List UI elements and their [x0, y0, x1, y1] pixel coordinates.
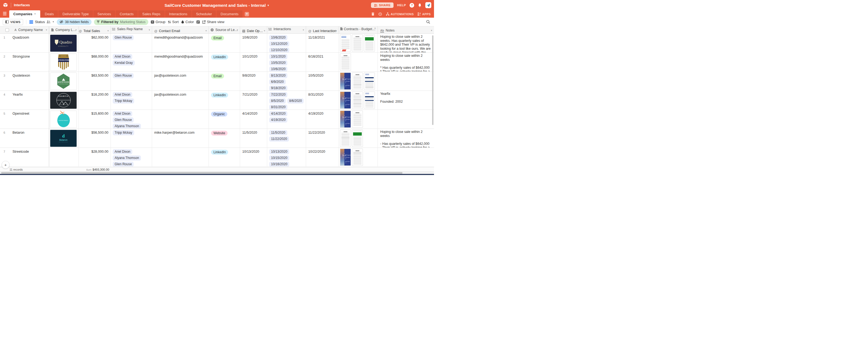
contracts-cell[interactable]: SCMProposalPROPOSED BYPROPOSED TO [339, 72, 378, 90]
source-of-lead-cell[interactable]: LinkedIn [209, 148, 240, 167]
date-opened-cell[interactable]: 9/8/2020 [240, 72, 267, 90]
proposal-blue-attachment[interactable]: SCMProposalPROPOSED BYPROPOSED TO [340, 92, 351, 109]
contact-email-cell[interactable]: jax@quotetexon.com [152, 72, 209, 90]
contract-white-attachment[interactable] [352, 72, 363, 90]
contracts-cell[interactable]: SCMProposalPROPOSED BYPROPOSED TO [339, 110, 378, 128]
notes-cell[interactable] [378, 110, 434, 128]
source-of-lead-cell[interactable]: Email [209, 72, 240, 90]
contract-white-attachment[interactable] [352, 149, 363, 166]
share-button[interactable]: SHARE [371, 2, 394, 8]
last-interaction-cell[interactable]: 6/16/2021 [306, 53, 339, 71]
column-header-contact-email[interactable]: @Contact Email▼ [152, 26, 209, 33]
total-sales-cell[interactable]: $28,000.00 [79, 148, 111, 167]
company-logo-cell[interactable]: OPENSTREET [49, 110, 79, 128]
history-icon[interactable] [378, 12, 382, 16]
select-all-checkbox[interactable] [5, 28, 9, 32]
column-header-interactions[interactable]: Interactions▼ [267, 26, 306, 33]
tab-companies[interactable]: Companies▼ [9, 10, 40, 18]
column-header-date-opened[interactable]: 31Date Opened▼ [240, 26, 267, 33]
search-button[interactable] [426, 20, 430, 24]
column-header-contracts-budgets[interactable]: Contracts - Budgets ...▼ [339, 26, 378, 33]
company-name-cell[interactable]: 6Betaron [0, 129, 49, 148]
contracts-cell[interactable]: SCMProposalPROPOSED BYPROPOSED TO [339, 91, 378, 110]
interactions-cell[interactable]: 7/22/20208/5/20208/6/20208/31/2020 [267, 91, 306, 110]
company-logo-cell[interactable]: QUOTETEXONTravel & Tours Company [49, 72, 79, 90]
notes-cell[interactable] [378, 148, 434, 167]
help-button[interactable]: HELP [397, 3, 406, 7]
company-logo-cell[interactable]: dBetaronUni-Solutions [49, 129, 79, 148]
contract-white-attachment[interactable] [340, 54, 351, 71]
company-name-cell[interactable]: 1Quadzoom [0, 34, 49, 53]
proposal-blue-attachment[interactable]: SCMProposalPROPOSED BYPROPOSED TO [340, 111, 351, 128]
question-icon[interactable]: ? [409, 3, 414, 8]
contact-email-cell[interactable]: meredithgoodmand@quadzoom [152, 53, 209, 71]
column-menu-icon[interactable]: ▼ [205, 30, 207, 32]
contracts-cell[interactable] [339, 34, 378, 53]
tab-deliverable-type[interactable]: Deliverable Type [58, 10, 93, 18]
budget-green-attachment[interactable] [352, 129, 363, 147]
column-menu-icon[interactable]: ▼ [236, 29, 239, 31]
account-avatar[interactable] [425, 2, 431, 8]
tab-scheduler[interactable]: Scheduler [192, 10, 216, 18]
horizontal-scrollbar-thumb[interactable] [1, 172, 403, 174]
sales-rep-cell[interactable]: Ariel DixonAlyana ThomsonGlen RouseKenda… [111, 148, 152, 167]
interactions-cell[interactable]: 10/13/202010/15/202010/16/202010/19/2020… [267, 148, 306, 167]
company-logo-image[interactable]: ★★STRONGZONE [50, 54, 77, 71]
tab-interactions[interactable]: Interactions [165, 10, 191, 18]
views-button[interactable]: VIEWS [3, 19, 23, 25]
column-menu-icon[interactable]: ▼ [374, 27, 376, 30]
company-name-cell[interactable]: 2Strongzone [0, 53, 49, 71]
company-logo-image[interactable]: QuadzoCONSULTI [50, 34, 77, 52]
total-sales-cell[interactable]: $68,000.00 [79, 53, 111, 71]
last-interaction-cell[interactable]: 4/19/2020 [306, 110, 339, 128]
column-menu-icon[interactable]: ▼ [148, 29, 151, 31]
company-logo-cell[interactable]: YEARFIX [49, 91, 79, 110]
color-button[interactable]: Color [181, 20, 194, 24]
airtable-logo-icon[interactable] [3, 3, 8, 7]
total-sales-sum[interactable]: Sum$493,300.00 [79, 168, 109, 171]
interactions-cell[interactable]: 4/14/20204/19/2020 [267, 110, 306, 128]
sales-rep-cell[interactable]: Tripp Mckay [111, 129, 152, 148]
source-of-lead-cell[interactable]: LinkedIn [209, 53, 240, 71]
notes-cell[interactable]: Hoping to close sale within 2 weeks * Ha… [378, 53, 434, 71]
notes-cell[interactable] [378, 72, 434, 90]
source-of-lead-cell[interactable]: Organic [209, 110, 240, 128]
menu-icon[interactable] [0, 12, 9, 18]
filter-button[interactable]: Filtered by Marketing Status [94, 19, 148, 25]
date-opened-cell[interactable]: 10/1/2020 [240, 53, 267, 71]
contracts-cell[interactable]: SCMProposalPROPOSED BYPROPOSED TO [339, 148, 378, 167]
company-logo-cell[interactable]: QuadzoCONSULTI [49, 34, 79, 53]
notes-cell[interactable]: Yearfix Founded: 2002 [378, 91, 434, 110]
apps-button[interactable]: APPS [417, 12, 431, 16]
date-opened-cell[interactable]: 11/5/2020 [240, 129, 267, 148]
column-header-notes[interactable]: AbNotes▼ [378, 26, 434, 33]
date-opened-cell[interactable]: 4/14/2020 [240, 110, 267, 128]
trash-icon[interactable] [371, 12, 374, 16]
total-sales-cell[interactable]: $16,200.00 [79, 91, 111, 110]
column-header-company-name[interactable]: ACompany Name▼ [0, 26, 49, 33]
interactions-cell[interactable]: 10/6/202010/12/202012/10/202010/20/20211… [267, 34, 306, 53]
tab-contacts[interactable]: Contacts [116, 10, 138, 18]
vertical-scrollbar-thumb[interactable] [432, 35, 433, 125]
interactions-cell[interactable]: 10/1/202010/5/202010/6/202010/7/20206/16… [267, 53, 306, 71]
last-interaction-cell[interactable]: 10/22/2020 [306, 148, 339, 167]
column-menu-icon[interactable]: ▼ [75, 29, 77, 31]
contact-email-cell[interactable] [152, 110, 209, 128]
contact-email-cell[interactable] [152, 148, 209, 167]
view-name-button[interactable]: Status ▼ [29, 20, 54, 24]
interfaces-link[interactable]: Interfaces [14, 3, 30, 7]
last-interaction-cell[interactable]: 11/18/2021 [306, 34, 339, 53]
company-logo-cell[interactable] [49, 148, 79, 167]
hidden-fields-button[interactable]: 38 hidden fields [57, 19, 92, 25]
company-logo-image[interactable]: dBetaronUni-Solutions [50, 129, 77, 147]
add-record-button[interactable]: + [2, 161, 9, 169]
contract-white-attachment[interactable] [352, 34, 363, 52]
tab-services[interactable]: Services [93, 10, 115, 18]
sort-button[interactable]: Sort [168, 20, 179, 24]
add-table-button[interactable]: + [245, 12, 249, 16]
contracts-cell[interactable] [339, 129, 378, 148]
horizontal-scrollbar[interactable] [0, 172, 434, 174]
letter-red-attachment[interactable] [340, 34, 351, 52]
company-name-cell[interactable]: 5Openstreet [0, 110, 49, 128]
source-of-lead-cell[interactable]: Email [209, 34, 240, 53]
